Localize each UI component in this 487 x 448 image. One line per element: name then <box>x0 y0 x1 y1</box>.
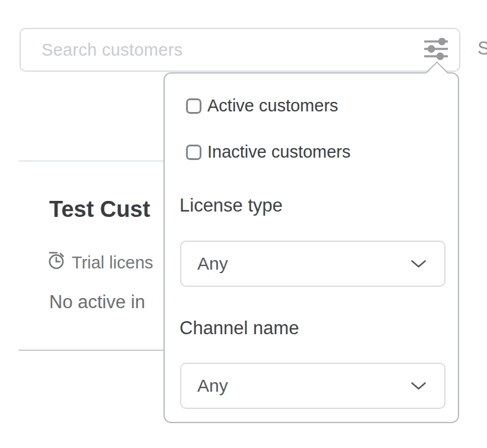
divider <box>18 350 164 351</box>
customer-title: Test Cust <box>49 197 150 222</box>
customer-status: No active in <box>49 292 145 313</box>
clipped-edge-text: S <box>478 38 487 59</box>
checkbox-label: Inactive customers <box>207 142 351 162</box>
select-value: Any <box>197 254 228 274</box>
license-type-select[interactable]: Any <box>180 241 446 287</box>
divider <box>18 160 164 162</box>
stopwatch-icon <box>48 251 65 274</box>
page: Search customers S Test Cust <box>0 0 487 448</box>
sliders-icon <box>423 38 449 62</box>
channel-name-label: Channel name <box>180 318 299 339</box>
license-row: Trial licens <box>48 251 153 274</box>
inactive-customers-option[interactable]: Inactive customers <box>186 142 351 162</box>
search-input[interactable]: Search customers <box>20 28 460 72</box>
channel-name-select[interactable]: Any <box>180 363 446 409</box>
filter-button[interactable] <box>422 37 450 62</box>
select-value: Any <box>197 376 228 396</box>
filter-popover: Active customers Inactive customers Lice… <box>164 72 459 423</box>
active-customers-option[interactable]: Active customers <box>186 96 338 116</box>
license-type-label: License type <box>180 195 283 216</box>
search-placeholder: Search customers <box>41 40 183 60</box>
chevron-down-icon <box>411 382 427 391</box>
inactive-customers-checkbox[interactable] <box>186 145 201 160</box>
license-text: Trial licens <box>72 253 153 273</box>
active-customers-checkbox[interactable] <box>186 98 201 114</box>
checkbox-label: Active customers <box>207 96 338 116</box>
chevron-down-icon <box>411 260 427 268</box>
